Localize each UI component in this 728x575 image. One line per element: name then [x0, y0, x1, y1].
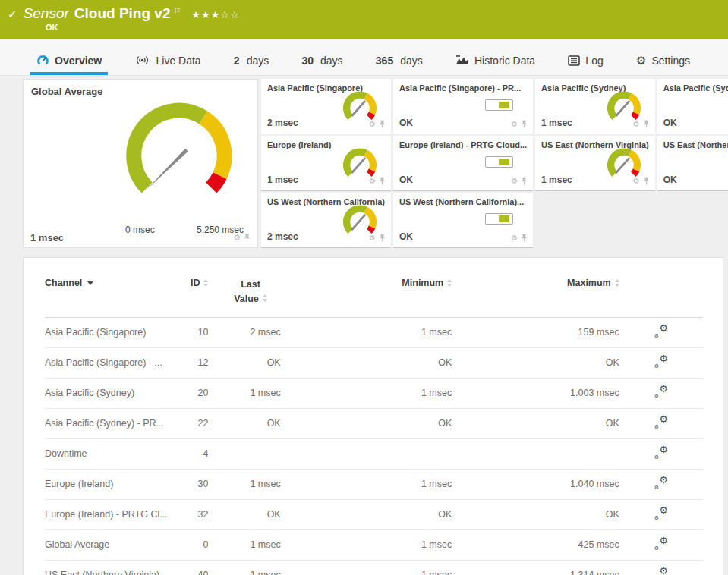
gear-icon[interactable]: ⚙ [633, 177, 640, 185]
pin-icon[interactable] [379, 120, 386, 128]
gear-icon[interactable]: ⚙ [511, 120, 518, 128]
cell-maximum: 425 msec [452, 529, 619, 560]
pin-icon[interactable] [643, 177, 650, 185]
column-header-actions [619, 269, 703, 317]
table-row: Downtime -4 ⚙⚙ [45, 438, 703, 469]
priority-stars[interactable]: ★★★☆☆ [191, 9, 239, 20]
cell-minimum: 1 msec [281, 378, 452, 408]
pin-icon[interactable] [521, 234, 528, 242]
channel-panel[interactable]: US West (Northern California) 2 msec ⚙ [261, 193, 391, 248]
pin-icon[interactable] [379, 234, 386, 242]
flag-icon[interactable]: ⚐ [173, 6, 181, 16]
table-row: US East (Northern Virginia) 40 1 msec 1 … [45, 560, 703, 575]
tab-log[interactable]: Log [562, 39, 609, 75]
gear-icon[interactable]: ⚙ [233, 233, 241, 243]
table-row: Europe (Ireland) - PRTG Cl... 32 OK OK O… [45, 499, 703, 529]
channel-panel[interactable]: Europe (Ireland) - PRTG Cloud... OK ⚙ [393, 136, 533, 191]
tab-label: days [320, 55, 343, 67]
tab-overview[interactable]: Overview [30, 39, 108, 75]
tab-30-days[interactable]: 30 days [295, 39, 348, 75]
channel-panel[interactable]: US West (Northern California)... OK ⚙ [393, 193, 533, 248]
column-header-channel[interactable]: Channel [45, 269, 174, 317]
gear-icon[interactable]: ⚙ [511, 177, 518, 185]
global-average-panel[interactable]: Global Average 0 msec 5.250 msec 1 msec … [23, 79, 258, 248]
channel-last-value: OK [663, 118, 677, 128]
channel-settings-icon[interactable]: ⚙⚙ [654, 385, 668, 398]
channel-panel[interactable]: Asia Pacific (Sydney) - PRTG ... OK ⚙ [657, 79, 728, 134]
channel-panel[interactable]: US East (Northern Virginia) 1 msec ⚙ [535, 136, 655, 191]
column-label: Minimum [402, 278, 443, 288]
cell-minimum: OK [281, 347, 452, 378]
cell-id: 30 [174, 469, 208, 499]
channel-panel[interactable]: Asia Pacific (Singapore) - PR... OK ⚙ [393, 79, 533, 134]
column-header-id[interactable]: ID [174, 269, 208, 317]
column-header-minimum[interactable]: Minimum [281, 269, 452, 317]
tab-live-data[interactable]: Live Data [128, 39, 206, 75]
channel-settings-icon[interactable]: ⚙⚙ [654, 567, 668, 575]
cell-id: 20 [174, 378, 208, 408]
channel-settings-icon[interactable]: ⚙⚙ [654, 446, 668, 459]
tab-settings[interactable]: ⚙ Settings [630, 39, 696, 75]
channel-settings-icon[interactable]: ⚙⚙ [654, 476, 668, 489]
channel-settings-icon[interactable]: ⚙⚙ [654, 355, 668, 368]
channel-last-value: OK [663, 174, 677, 185]
gear-icon[interactable]: ⚙ [369, 177, 376, 185]
stars-filled: ★★★ [191, 9, 220, 20]
cell-channel: Global Average [45, 529, 174, 560]
table-header-row: Channel ID Last Value Minimum Maximum [45, 269, 703, 317]
channel-last-value: 1 msec [30, 232, 64, 244]
gear-icon[interactable]: ⚙ [369, 120, 376, 128]
channel-panel[interactable]: Asia Pacific (Singapore) 2 msec ⚙ [261, 79, 391, 134]
tab-label: days [247, 55, 269, 67]
stars-empty: ☆☆ [220, 9, 239, 20]
cell-maximum: 1.314 msec [452, 560, 619, 575]
pin-icon[interactable] [643, 120, 650, 128]
table-row: Europe (Ireland) 30 1 msec 1 msec 1.040 … [45, 469, 703, 499]
chart-icon [455, 55, 469, 66]
cell-channel: US East (Northern Virginia) [45, 560, 174, 575]
pin-icon[interactable] [521, 177, 528, 185]
gear-icon[interactable]: ⚙ [633, 120, 640, 128]
broadcast-icon [134, 55, 150, 66]
channel-last-value: OK [399, 174, 413, 185]
channel-panel[interactable]: Europe (Ireland) 1 msec ⚙ [261, 136, 391, 191]
cell-minimum: 1 msec [281, 529, 452, 560]
cell-maximum: 1.003 msec [452, 378, 619, 408]
cell-id: 10 [174, 317, 208, 347]
channel-panel-title: US West (Northern California)... [399, 197, 527, 206]
table-row: Global Average 0 1 msec 1 msec 425 msec … [45, 529, 703, 560]
sensor-type-label: Sensor [24, 5, 69, 22]
channel-settings-icon[interactable]: ⚙⚙ [654, 325, 668, 338]
channel-settings-icon[interactable]: ⚙⚙ [654, 416, 668, 429]
status-toggle-indicator [485, 156, 513, 168]
cell-last-value: 1 msec [208, 378, 280, 408]
column-label: Channel [45, 278, 82, 288]
gear-icon[interactable]: ⚙ [511, 234, 518, 242]
tab-label: Live Data [156, 55, 200, 67]
channel-panel[interactable]: Asia Pacific (Sydney) 1 msec ⚙ [535, 79, 655, 134]
channel-panel[interactable]: US East (Northern Virginia) - ... OK ⚙ [657, 136, 728, 191]
tab-2-days[interactable]: 2 days [228, 39, 275, 75]
channel-settings-icon[interactable]: ⚙⚙ [654, 537, 668, 550]
cell-id: -4 [174, 438, 208, 469]
pin-icon[interactable] [244, 234, 251, 242]
table-row: Asia Pacific (Sydney) 20 1 msec 1 msec 1… [45, 378, 703, 408]
gear-icon[interactable]: ⚙ [369, 234, 376, 242]
column-header-last-value[interactable]: Last Value [208, 269, 280, 317]
channel-table-panel: Channel ID Last Value Minimum Maximum As… [23, 257, 723, 575]
status-toggle-indicator [485, 213, 513, 225]
cell-last-value: OK [208, 408, 280, 438]
pin-icon[interactable] [379, 177, 386, 185]
channel-settings-icon[interactable]: ⚙⚙ [654, 507, 668, 520]
cell-last-value: 1 msec [208, 560, 280, 575]
cell-maximum: OK [452, 499, 619, 529]
cell-channel: Asia Pacific (Sydney) [45, 378, 174, 408]
cell-id: 22 [174, 408, 208, 438]
pin-icon[interactable] [521, 120, 528, 128]
column-header-maximum[interactable]: Maximum [452, 269, 619, 317]
tab-historic-data[interactable]: Historic Data [449, 39, 541, 75]
sort-icon [203, 279, 208, 287]
channel-panel-title: US East (Northern Virginia) - ... [663, 140, 728, 149]
channel-panel-title: Asia Pacific (Sydney) - PRTG ... [663, 83, 728, 93]
tab-365-days[interactable]: 365 days [370, 39, 429, 75]
